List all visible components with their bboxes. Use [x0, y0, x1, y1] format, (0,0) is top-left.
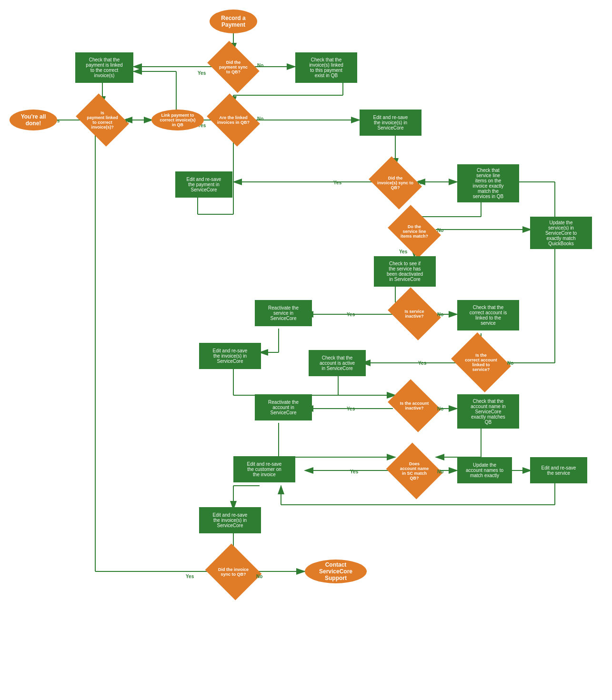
- linked-invoices-label: Are the linkedinvoices in QB?: [217, 115, 250, 125]
- linked-invoices-qb-diamond: Are the linkedinvoices in QB?: [207, 93, 260, 147]
- acct-inactive-no-label: No: [437, 406, 443, 411]
- check-account-active-node: Check that theaccount is activein Servic…: [309, 350, 366, 376]
- link-payment-label: Link payment tocorrect invoice(s)in QB: [160, 113, 195, 127]
- check-correct-account-label: Check that thecorrect account islinked t…: [470, 305, 507, 326]
- update-services-label: Update theservice(s) inServiceCore toexa…: [545, 220, 577, 246]
- is-account-inactive-label: Is the accountinactive?: [400, 401, 429, 410]
- check-service-line-items-node: Check thatservice lineitems on theinvoic…: [457, 164, 519, 202]
- check-invoice-exists-node: Check that theinvoice(s) linkedto this p…: [295, 52, 357, 83]
- correct-acct-yes-label: Yes: [418, 360, 426, 366]
- linked-no-label: No: [257, 116, 263, 121]
- sync-to-qb-diamond: Did thepayment syncto QB?: [207, 41, 260, 93]
- svc-match-no-label: No: [437, 228, 443, 233]
- does-account-match-diamond: Doesaccount namein SC matchQB?: [386, 443, 443, 500]
- acct-match-yes-label: Yes: [350, 469, 358, 474]
- svc-inactive-no-label: No: [437, 312, 443, 317]
- reactivate-account-node: Reactivate theaccount inServiceCore: [255, 394, 312, 420]
- invoices-sync-qb-diamond: Did theinvoice(s) sync toQB?: [369, 156, 422, 210]
- invoices-sync-label: Did theinvoice(s) sync toQB?: [377, 176, 413, 190]
- is-correct-account-diamond: Is thecorrect accountlinked toservice?: [451, 332, 511, 392]
- edit-resave-invoices3-label: Edit and re-savethe invoice(s) inService…: [213, 512, 248, 528]
- start-label: Record a Payment: [216, 15, 251, 28]
- check-service-line-items-label: Check thatservice lineitems on theinvoic…: [472, 168, 503, 199]
- reactivate-service-label: Reactivate theservice inServiceCore: [268, 305, 299, 321]
- start-node: Record a Payment: [210, 10, 257, 33]
- is-service-inactive-label: Is serviceinactive?: [404, 309, 424, 319]
- update-services-node: Update theservice(s) inServiceCore toexa…: [530, 217, 592, 249]
- check-invoice-exists-label: Check that theinvoice(s) linkedto this p…: [309, 57, 343, 78]
- youre-done-node: You're all done!: [10, 110, 57, 130]
- sync-no-label: No: [257, 63, 263, 68]
- payment-linked-no-label: No: [126, 118, 132, 123]
- acct-inactive-yes-label: Yes: [347, 406, 355, 411]
- check-deactivated-label: Check to see ifthe service hasbeen deact…: [387, 261, 423, 282]
- edit-resave-customer-label: Edit and re-savethe customer onthe invoi…: [247, 461, 282, 477]
- svc-inactive-yes-label: Yes: [347, 312, 355, 317]
- edit-resave-invoices1-label: Edit and re-savethe invoice(s) inService…: [373, 115, 408, 130]
- did-invoice-sync-label: Did the invoicesync to QB?: [218, 567, 249, 577]
- edit-resave-invoices2-label: Edit and re-savethe invoice(s) inService…: [213, 348, 248, 364]
- is-correct-account-label: Is thecorrect accountlinked toservice?: [465, 353, 497, 372]
- check-payment-linked-label: Check that thepayment is linkedto the co…: [86, 57, 122, 78]
- edit-resave-invoices2-node: Edit and re-savethe invoice(s) inService…: [199, 343, 261, 369]
- link-payment-node: Link payment tocorrect invoice(s)in QB: [151, 110, 204, 130]
- edit-resave-invoices3-node: Edit and re-savethe invoice(s) inService…: [199, 507, 261, 533]
- edit-resave-service-label: Edit and re-savethe service: [542, 465, 576, 476]
- update-account-names-label: Update theaccount names tomatch exactly: [466, 462, 503, 478]
- did-invoice-sync-diamond: Did the invoicesync to QB?: [205, 544, 262, 600]
- edit-resave-payment-node: Edit and re-savethe payment inServiceCor…: [175, 171, 232, 198]
- does-account-match-label: Doesaccount namein SC matchQB?: [400, 461, 429, 480]
- correct-acct-no-label: No: [507, 360, 513, 366]
- service-line-match-diamond: Do theservice lineitems match?: [388, 205, 441, 258]
- edit-resave-customer-node: Edit and re-savethe customer onthe invoi…: [233, 456, 295, 482]
- contact-support-node: ContactServiceCoreSupport: [305, 560, 367, 583]
- edit-resave-service-node: Edit and re-savethe service: [530, 457, 587, 483]
- reactivate-service-node: Reactivate theservice inServiceCore: [255, 300, 312, 326]
- check-account-name-label: Check that theaccount name inServiceCore…: [471, 399, 505, 425]
- is-payment-linked-label: Ispayment linkedto correctinvoice(s)?: [87, 110, 118, 130]
- inv-sync2-yes-label: Yes: [186, 574, 194, 579]
- check-payment-linked-node: Check that thepayment is linkedto the co…: [75, 52, 133, 83]
- edit-resave-invoices1-node: Edit and re-savethe invoice(s) inService…: [360, 110, 421, 136]
- youre-done-label: You're all done!: [16, 113, 50, 127]
- inv-sync-yes-label: Yes: [333, 180, 341, 185]
- inv-sync-no-label: No: [418, 180, 424, 185]
- service-line-match-label: Do theservice lineitems match?: [401, 224, 428, 239]
- reactivate-account-label: Reactivate theaccount inServiceCore: [268, 400, 299, 415]
- is-service-inactive-diamond: Is serviceinactive?: [388, 287, 441, 340]
- is-payment-linked-diamond: Ispayment linkedto correctinvoice(s)?: [76, 93, 129, 147]
- edit-resave-payment-label: Edit and re-savethe payment inServiceCor…: [187, 177, 221, 192]
- inv-sync2-no-label: No: [256, 574, 262, 579]
- sync-to-qb-label: Did thepayment syncto QB?: [219, 60, 248, 74]
- is-account-inactive-diamond: Is the accountinactive?: [388, 379, 441, 432]
- update-account-names-node: Update theaccount names tomatch exactly: [457, 457, 512, 483]
- sync-yes-label: Yes: [198, 70, 206, 76]
- contact-support-label: ContactServiceCoreSupport: [319, 561, 352, 581]
- check-account-name-node: Check that theaccount name inServiceCore…: [457, 394, 519, 429]
- check-deactivated-node: Check to see ifthe service hasbeen deact…: [374, 256, 436, 287]
- svc-match-yes-label: Yes: [399, 249, 407, 254]
- acct-match-no-label: No: [437, 469, 443, 474]
- check-correct-account-node: Check that thecorrect account islinked t…: [457, 300, 519, 330]
- flowchart: Record a Payment Did thepayment syncto Q…: [0, 0, 612, 700]
- check-account-active-label: Check that theaccount is activein Servic…: [320, 355, 355, 371]
